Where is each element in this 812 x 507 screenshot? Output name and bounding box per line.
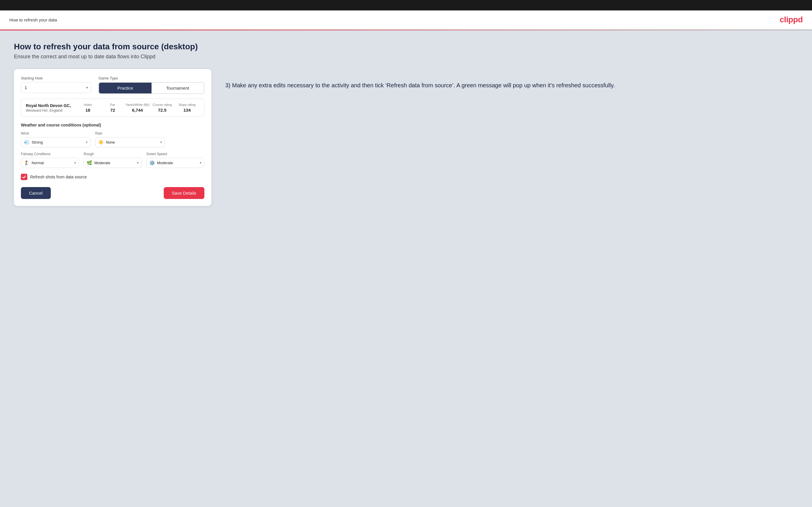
- page-subtitle: Ensure the correct and most up to date d…: [14, 54, 798, 60]
- game-type-group: Game Type Practice Tournament: [98, 76, 204, 94]
- fairway-label: Fairway Conditions: [21, 152, 79, 156]
- wind-label: Wind: [21, 131, 91, 135]
- tournament-button[interactable]: Tournament: [152, 83, 204, 94]
- game-type-buttons: Practice Tournament: [98, 82, 204, 94]
- wind-rain-row: Wind 💨 Strong ▾ Rain ☀️ None: [21, 131, 204, 147]
- course-rating-label: Course rating: [150, 103, 174, 106]
- conditions-row-2: Fairway Conditions 🏌️ Normal ▾ Rough 🌿: [21, 152, 204, 168]
- main-content: How to refresh your data from source (de…: [0, 31, 812, 507]
- starting-hole-wrapper: ▾: [21, 82, 92, 93]
- wind-select-wrapper: 💨 Strong ▾: [21, 137, 91, 147]
- refresh-checkbox[interactable]: [21, 174, 27, 180]
- green-speed-group: Green Speed ⚙️ Moderate ▾: [146, 152, 204, 168]
- rain-label: Rain: [95, 131, 165, 135]
- rain-select[interactable]: None: [95, 137, 165, 147]
- slope-rating-label: Slope rating: [175, 103, 199, 106]
- rough-select[interactable]: Moderate: [84, 158, 142, 168]
- starting-hole-label: Starting Hole: [21, 76, 92, 80]
- holes-stat: Holes 18: [75, 103, 100, 113]
- course-info-box: Royal North Devon GC, Westward Ho!, Engl…: [21, 99, 204, 117]
- course-rating-value: 72.5: [150, 108, 174, 113]
- slope-rating-value: 134: [175, 108, 199, 113]
- starting-hole-input[interactable]: [21, 82, 92, 93]
- fairway-select[interactable]: Normal: [21, 158, 79, 168]
- green-speed-select-wrapper: ⚙️ Moderate ▾: [146, 158, 204, 168]
- course-rating-stat: Course rating 72.5: [150, 103, 174, 113]
- rough-select-wrapper: 🌿 Moderate ▾: [84, 158, 142, 168]
- par-stat: Par 72: [100, 103, 125, 113]
- rough-group: Rough 🌿 Moderate ▾: [84, 152, 142, 168]
- course-name-col: Royal North Devon GC, Westward Ho!, Engl…: [26, 103, 75, 113]
- header-title: How to refresh your data: [9, 17, 57, 22]
- refresh-checkbox-row: Refresh shots from data source: [21, 174, 204, 180]
- course-name: Royal North Devon GC,: [26, 103, 75, 108]
- fairway-group: Fairway Conditions 🏌️ Normal ▾: [21, 152, 79, 168]
- rain-group: Rain ☀️ None ▾: [95, 131, 165, 147]
- logo: clippd: [780, 15, 803, 24]
- fairway-select-wrapper: 🏌️ Normal ▾: [21, 158, 79, 168]
- save-details-button[interactable]: Save Details: [164, 187, 204, 199]
- top-form-row: Starting Hole ▾ Game Type Practice Tourn…: [21, 76, 204, 94]
- slope-rating-stat: Slope rating 134: [175, 103, 199, 113]
- yards-value: 6,744: [125, 108, 150, 113]
- yards-stat: Yards/White (M)) 6,744: [125, 103, 150, 113]
- side-text-content: 3) Make any extra edits necessary to the…: [225, 80, 798, 90]
- rough-label: Rough: [84, 152, 142, 156]
- wind-select[interactable]: Strong: [21, 137, 91, 147]
- par-value: 72: [100, 108, 125, 113]
- yards-label: Yards/White (M)): [125, 103, 150, 106]
- practice-button[interactable]: Practice: [99, 83, 151, 94]
- green-speed-select[interactable]: Moderate: [146, 158, 204, 168]
- buttons-row: Cancel Save Details: [21, 187, 204, 199]
- top-bar: [0, 0, 812, 10]
- course-location: Westward Ho!, England: [26, 109, 75, 113]
- content-row: Starting Hole ▾ Game Type Practice Tourn…: [14, 69, 798, 206]
- holes-value: 18: [75, 108, 100, 113]
- wind-group: Wind 💨 Strong ▾: [21, 131, 91, 147]
- side-text: 3) Make any extra edits necessary to the…: [225, 69, 798, 90]
- header: How to refresh your data clippd: [0, 10, 812, 30]
- form-card: Starting Hole ▾ Game Type Practice Tourn…: [14, 69, 211, 206]
- refresh-checkbox-label: Refresh shots from data source: [30, 175, 87, 179]
- green-speed-label: Green Speed: [146, 152, 204, 156]
- page-heading: How to refresh your data from source (de…: [14, 42, 798, 51]
- starting-hole-group: Starting Hole ▾: [21, 76, 92, 94]
- holes-label: Holes: [75, 103, 100, 106]
- par-label: Par: [100, 103, 125, 106]
- conditions-section-label: Weather and course conditions (optional): [21, 123, 204, 127]
- game-type-label: Game Type: [98, 76, 204, 80]
- rain-spacer: [169, 131, 204, 147]
- cancel-button[interactable]: Cancel: [21, 187, 51, 199]
- rain-select-wrapper: ☀️ None ▾: [95, 137, 165, 147]
